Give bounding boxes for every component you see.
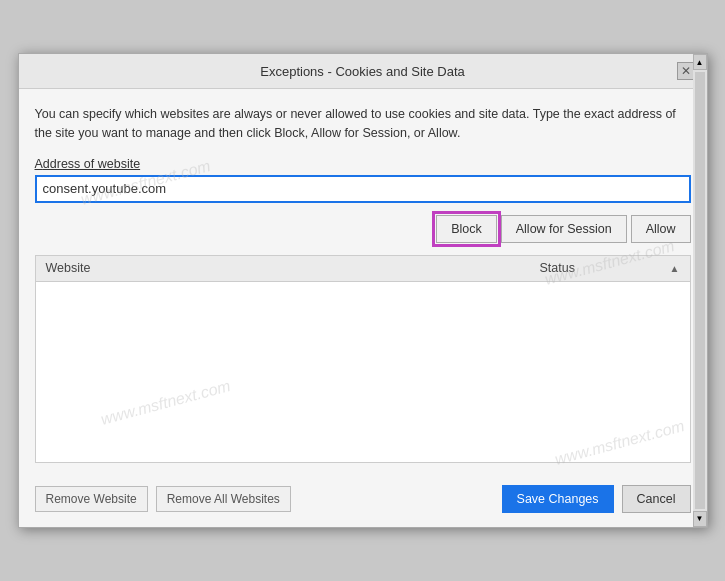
table-body <box>36 282 690 462</box>
col-website-header: Website <box>36 261 530 275</box>
address-input[interactable] <box>35 175 691 203</box>
action-button-group: Block Allow for Session Allow <box>35 215 691 243</box>
allow-button[interactable]: Allow <box>631 215 691 243</box>
cancel-button[interactable]: Cancel <box>622 485 691 513</box>
scroll-thumb[interactable] <box>695 72 705 509</box>
dialog-scrollbar[interactable]: ▲ ▼ <box>693 54 707 527</box>
col-status-label: Status <box>540 261 575 275</box>
input-row <box>35 175 691 203</box>
exceptions-dialog: ▲ ▼ Exceptions - Cookies and Site Data ✕… <box>18 53 708 528</box>
save-cancel-buttons: Save Changes Cancel <box>502 485 691 513</box>
scroll-down-btn[interactable]: ▼ <box>693 511 707 527</box>
remove-buttons: Remove Website Remove All Websites <box>35 486 291 512</box>
titlebar: Exceptions - Cookies and Site Data ✕ <box>19 54 707 89</box>
website-table: Website Status ▲ <box>35 255 691 463</box>
block-button[interactable]: Block <box>436 215 497 243</box>
remove-website-button[interactable]: Remove Website <box>35 486 148 512</box>
scroll-up-btn[interactable]: ▲ <box>693 54 707 70</box>
col-status-header: Status ▲ <box>530 261 690 275</box>
save-changes-button[interactable]: Save Changes <box>502 485 614 513</box>
remove-all-button[interactable]: Remove All Websites <box>156 486 291 512</box>
dialog-body: You can specify which websites are alway… <box>19 89 707 475</box>
table-header: Website Status ▲ <box>36 256 690 282</box>
address-label-rest: ddress of website <box>43 157 140 171</box>
description-text: You can specify which websites are alway… <box>35 105 691 143</box>
sort-arrow-icon[interactable]: ▲ <box>670 263 680 274</box>
address-label-underline: A <box>35 157 43 171</box>
bottom-row: Remove Website Remove All Websites Save … <box>19 475 707 527</box>
allow-session-button[interactable]: Allow for Session <box>501 215 627 243</box>
dialog-title: Exceptions - Cookies and Site Data <box>49 64 677 79</box>
address-label: Address of website <box>35 157 691 171</box>
